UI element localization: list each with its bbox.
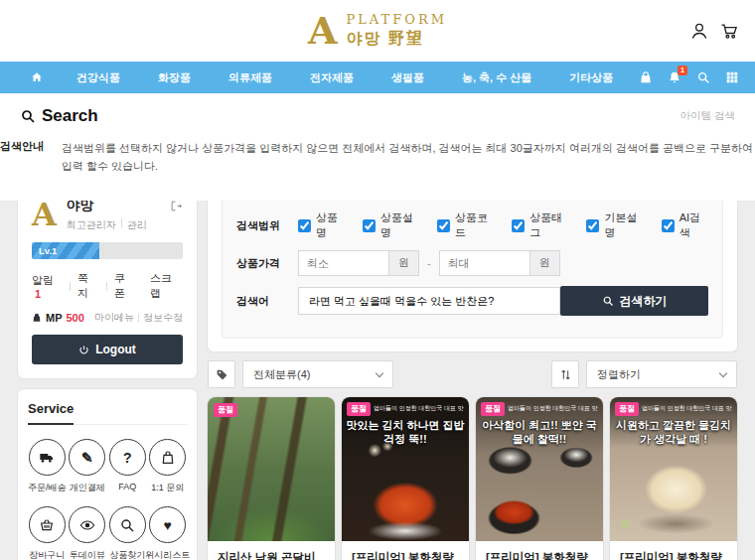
chevron-down-icon	[719, 368, 727, 376]
nav-item-etc[interactable]: 기타상품	[550, 70, 632, 85]
search-icon[interactable]	[696, 70, 710, 84]
sidebar: Profile A 야망 최고관리자 관리 Lv.1	[18, 149, 197, 560]
scope-checkbox-ai[interactable]: AI검색	[662, 210, 708, 240]
basket-icon	[39, 517, 55, 533]
service-card: Service 주문/배송 ✎ 개인결제 ? FAQ 1:1 문의	[18, 389, 197, 560]
service-item-inquiry[interactable]: 1:1 문의	[149, 439, 188, 494]
scrap-link[interactable]: 스크랩	[150, 271, 183, 301]
page-title-bar: Search 아이템 검색	[0, 93, 755, 139]
image-headline: 맛있는 김치 하나면 집밥 걱정 뚝!!	[342, 418, 469, 447]
service-item-findproduct[interactable]: 상품찾기	[108, 506, 147, 560]
main-column: 상품검색 홈 > 아이템검색 검색범위 상품명 상품설명 상품코드 상품태그	[208, 149, 737, 560]
nav-item-cosmetics[interactable]: 화장품	[139, 70, 210, 85]
notification-badge: 1	[678, 66, 687, 75]
home-icon[interactable]	[16, 70, 58, 84]
nav-item-electronics[interactable]: 전자제품	[291, 70, 373, 85]
cart-button[interactable]	[29, 506, 66, 543]
profile-manage-link[interactable]: 관리	[127, 218, 147, 232]
personal-payment-button[interactable]: ✎	[69, 439, 105, 476]
coupon-link[interactable]: 쿠폰	[114, 271, 136, 301]
image-headline: 시원하고 깔끔한 물김치가 생각날 때 !	[610, 418, 737, 447]
exit-icon[interactable]	[170, 200, 183, 212]
search-form: 검색범위 상품명 상품설명 상품코드 상품태그 기본설명 AI검색 상품가격 원	[222, 198, 723, 339]
nav-item-health[interactable]: 건강식품	[58, 70, 139, 85]
product-card[interactable]: 품절 엄마들이 인정한 대한민국 대표 맛있는 김치 시원하고 깔끔한 물김치가…	[610, 397, 737, 560]
content-area: Profile A 야망 최고관리자 관리 Lv.1	[0, 139, 755, 560]
page-title: Search	[20, 106, 98, 126]
avatar: A	[32, 199, 57, 230]
product-title: [프리미엄] 봉화청량산 국산 백김치 5kg	[620, 549, 727, 560]
main-nav: 건강식품 화장품 의류제품 전자제품 생필품 농, 축, 수 산물 기타상품 1	[0, 62, 755, 93]
page-subtitle: 아이템 검색	[680, 109, 735, 123]
price-max-input[interactable]	[440, 251, 529, 275]
mymenu-link[interactable]: 마이메뉴	[94, 311, 134, 325]
message-link[interactable]: 쪽지	[77, 271, 99, 301]
product-search-card: 상품검색 홈 > 아이템검색 검색범위 상품명 상품설명 상품코드 상품태그	[208, 149, 737, 351]
product-title: 지리산 남원 곤달비	[218, 549, 325, 560]
service-item-orders[interactable]: 주문/배송	[28, 439, 67, 494]
logout-button[interactable]: Logout	[32, 335, 183, 364]
wishlist-button[interactable]: ♥	[149, 506, 186, 543]
scope-checkbox-name[interactable]: 상품명	[298, 210, 346, 240]
soldout-badge: 품절	[214, 403, 237, 417]
level-label: Lv.1	[39, 245, 57, 256]
scope-checkbox-description[interactable]: 상품설명	[363, 210, 420, 240]
service-item-cart[interactable]: 장바구니	[28, 506, 67, 560]
brand-logo[interactable]: A PLATFORM 야망 野望	[308, 12, 447, 50]
product-title: [프리미엄] 봉화청량산 국산 석박지 5kg	[486, 549, 593, 560]
scope-label: 검색범위	[236, 218, 298, 233]
user-icon[interactable]	[689, 21, 709, 41]
mp-label: MP	[46, 312, 63, 324]
service-item-payment[interactable]: ✎ 개인결제	[69, 439, 107, 494]
brand-name-en: PLATFORM	[346, 12, 447, 27]
eye-icon	[79, 517, 95, 533]
bell-icon[interactable]: 1	[668, 70, 681, 84]
find-product-button[interactable]	[109, 506, 146, 543]
service-item-todayview[interactable]: 투데이뷰	[69, 506, 107, 560]
search-submit-button[interactable]: 검색하기	[560, 286, 708, 316]
product-image: 품절 엄마들이 인정한 대한민국 대표 맛있는 김치 아삭함이 최고!! 뽀얀 …	[476, 397, 603, 541]
faq-button[interactable]: ?	[109, 439, 146, 476]
cart-icon[interactable]	[719, 21, 739, 41]
service-heading: Service	[28, 401, 187, 425]
scope-checkbox-tag[interactable]: 상품태그	[512, 210, 569, 240]
search-icon	[119, 517, 135, 533]
category-select[interactable]: 전체분류(4)	[242, 360, 393, 388]
inquiry-button[interactable]	[149, 439, 186, 476]
grid-menu-icon[interactable]	[725, 70, 739, 84]
nav-item-agriculture[interactable]: 농, 축, 수 산물	[443, 70, 550, 85]
nav-item-daily[interactable]: 생필품	[373, 70, 443, 85]
alarm-count: 1	[35, 288, 41, 300]
filter-row: 전체분류(4) 정렬하기	[208, 360, 737, 388]
chevron-down-icon	[376, 368, 383, 376]
scope-checkbox-basic[interactable]: 기본설명	[586, 210, 644, 240]
soldout-badge: 품절	[481, 402, 505, 416]
range-separator: -	[427, 257, 431, 269]
profile-role: 최고관리자	[67, 218, 116, 232]
product-image: 품절 엄마들이 인정한 대한민국 대표 맛있는 김치 시원하고 깔끔한 물김치가…	[610, 397, 737, 541]
product-card[interactable]: 품절 지리산 남원 곤달비 신선함을 지니고 있는 배추김치	[208, 397, 335, 560]
alarm-link[interactable]: 알림1	[32, 273, 63, 300]
keyword-label: 검색어	[236, 294, 298, 309]
product-card[interactable]: 품절 엄마들이 인정한 대한민국 대표 맛있는 김치 맛있는 김치 하나면 집밥…	[342, 397, 469, 560]
divider	[70, 282, 71, 291]
nav-item-clothing[interactable]: 의류제품	[210, 70, 291, 85]
point-pouch-icon	[32, 313, 42, 323]
bag-icon	[160, 450, 176, 466]
search-icon	[602, 295, 614, 307]
bag-icon[interactable]	[639, 70, 653, 84]
sort-select[interactable]: 정렬하기	[586, 360, 737, 388]
keyword-input[interactable]	[298, 287, 560, 315]
today-view-button[interactable]	[69, 506, 105, 543]
header: A PLATFORM 야망 野望	[0, 0, 755, 62]
editinfo-link[interactable]: 정보수정	[143, 311, 183, 325]
scope-checkbox-code[interactable]: 상품코드	[437, 210, 495, 240]
currency-suffix: 원	[388, 251, 418, 275]
power-icon	[78, 345, 89, 355]
image-caption: 엄마들이 인정한 대한민국 대표 맛있는 김치	[374, 404, 464, 413]
service-item-wishlist[interactable]: ♥ 위시리스트	[149, 506, 188, 560]
price-min-input[interactable]	[299, 251, 388, 275]
service-item-faq[interactable]: ? FAQ	[108, 439, 147, 494]
order-delivery-button[interactable]	[29, 439, 66, 476]
product-card[interactable]: 품절 엄마들이 인정한 대한민국 대표 맛있는 김치 아삭함이 최고!! 뽀얀 …	[476, 397, 603, 560]
